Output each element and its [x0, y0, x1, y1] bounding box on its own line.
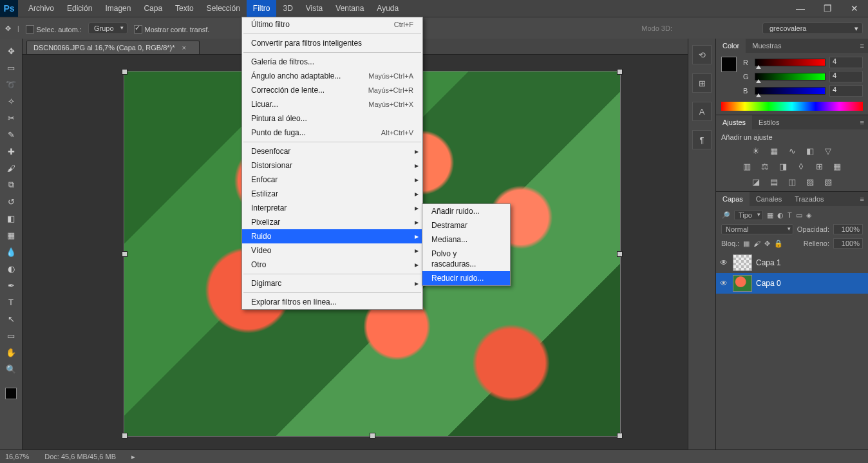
transform-handle[interactable] — [617, 69, 623, 75]
layer-filter-kind[interactable]: Tipo — [734, 210, 763, 220]
window-close-button[interactable]: ✕ — [841, 1, 868, 15]
adj-curves-icon[interactable]: ∿ — [786, 145, 798, 156]
fill-field[interactable]: 100% — [833, 238, 863, 249]
tool-path[interactable]: ↖ — [2, 310, 20, 327]
tool-pen[interactable]: ✒ — [2, 277, 20, 294]
tool-move[interactable]: ✥ — [2, 43, 20, 59]
status-zoom[interactable]: 16,67% — [5, 453, 29, 460]
menu-item[interactable]: Digimarc — [242, 276, 422, 290]
window-maximize-button[interactable]: ❐ — [814, 1, 841, 15]
status-docinfo[interactable]: Doc: 45,6 MB/45,6 MB — [44, 453, 116, 460]
tab-layers[interactable]: Capas — [716, 192, 750, 206]
tool-lasso[interactable]: ➰ — [2, 76, 20, 93]
filter-shape-icon[interactable]: ▭ — [796, 211, 802, 220]
adj-poster-icon[interactable]: ▤ — [768, 176, 780, 187]
transform-handle[interactable] — [617, 433, 623, 439]
menu-item[interactable]: Otro — [242, 258, 422, 272]
show-transform-checkbox[interactable]: Mostrar contr. transf. — [134, 24, 210, 33]
blue-value[interactable]: 4 — [829, 85, 863, 97]
status-arrow-icon[interactable]: ▸ — [131, 453, 135, 461]
transform-handle[interactable] — [617, 251, 623, 257]
adj-exposure-icon[interactable]: ◧ — [804, 145, 816, 156]
tool-eraser[interactable]: ◧ — [2, 210, 20, 227]
adj-hue-icon[interactable]: ▥ — [741, 160, 753, 172]
tab-channels[interactable]: Canales — [750, 192, 788, 206]
paragraph-panel-icon[interactable]: ¶ — [692, 130, 712, 149]
menu-3d[interactable]: 3D — [276, 0, 299, 17]
tool-wand[interactable]: ✧ — [2, 93, 20, 109]
adj-balance-icon[interactable]: ⚖ — [759, 160, 771, 172]
document-tab[interactable]: DSCN0066.JPG al 16,7% (Capa 0, RGB/8*)* … — [26, 41, 200, 54]
tool-hand[interactable]: ✋ — [2, 344, 20, 361]
tool-zoom[interactable]: 🔍 — [2, 361, 20, 377]
adj-selective-icon[interactable]: ▧ — [822, 176, 834, 187]
menu-filtro[interactable]: Filtro — [247, 0, 277, 17]
transform-handle[interactable] — [122, 251, 127, 257]
filter-smart-icon[interactable]: ◈ — [806, 211, 811, 220]
menu-item[interactable]: Vídeo — [242, 243, 422, 258]
properties-panel-icon[interactable]: ⊞ — [692, 73, 712, 93]
menu-item[interactable]: Pixelizar — [242, 215, 422, 229]
auto-select-checkbox[interactable]: Selec. autom.: — [26, 24, 82, 33]
visibility-icon[interactable]: 👁 — [719, 279, 729, 288]
auto-select-dropdown[interactable]: Grupo — [88, 23, 127, 34]
menu-item[interactable]: Estilizar — [242, 187, 422, 201]
adj-levels-icon[interactable]: ▦ — [768, 145, 780, 156]
tab-adjustments[interactable]: Ajustes — [716, 115, 752, 129]
green-value[interactable]: 4 — [829, 71, 863, 82]
color-spectrum[interactable] — [721, 102, 863, 111]
menu-texto[interactable]: Texto — [169, 0, 200, 17]
tool-crop[interactable]: ✂ — [2, 109, 20, 126]
lock-all-icon[interactable]: 🔒 — [774, 240, 783, 248]
adj-brightness-icon[interactable]: ☀ — [750, 145, 762, 156]
foreground-background-swatch[interactable] — [721, 57, 741, 76]
menu-item[interactable]: Convertir para filtros inteligentes — [242, 36, 422, 50]
menu-item[interactable]: Punto de fuga...Alt+Ctrl+V — [242, 126, 422, 140]
menu-ayuda[interactable]: Ayuda — [370, 0, 405, 17]
opacity-field[interactable]: 100% — [833, 224, 863, 234]
adj-threshold-icon[interactable]: ◫ — [786, 176, 798, 187]
window-minimize-button[interactable]: — — [787, 1, 814, 15]
filter-type-icon[interactable]: T — [788, 211, 792, 219]
menu-ventana[interactable]: Ventana — [329, 0, 370, 17]
transform-handle[interactable] — [370, 433, 375, 439]
menu-item[interactable]: Ángulo ancho adaptable...Mayús+Ctrl+A — [242, 69, 422, 83]
red-slider[interactable] — [755, 59, 826, 66]
submenu-item[interactable]: Polvo y rascaduras... — [422, 247, 510, 271]
tool-heal[interactable]: ✚ — [2, 143, 20, 160]
panel-menu-icon[interactable]: ≡ — [856, 195, 868, 203]
transform-handle[interactable] — [122, 69, 127, 75]
adj-vibrance-icon[interactable]: ▽ — [822, 145, 834, 156]
layer-thumbnail[interactable] — [733, 254, 752, 271]
adj-gradient-icon[interactable]: ▨ — [804, 176, 816, 187]
tool-brush[interactable]: 🖌 — [2, 160, 20, 176]
menu-item[interactable]: Corrección de lente...Mayús+Ctrl+R — [242, 83, 422, 97]
menu-capa[interactable]: Capa — [137, 0, 169, 17]
layer-row[interactable]: 👁Capa 0 — [716, 273, 868, 294]
menu-vista[interactable]: Vista — [299, 0, 329, 17]
tab-paths[interactable]: Trazados — [788, 192, 830, 206]
green-slider[interactable] — [755, 73, 826, 80]
tab-styles[interactable]: Estilos — [752, 115, 786, 129]
lock-position-icon[interactable]: ✥ — [764, 240, 770, 248]
menu-item[interactable]: Último filtroCtrl+F — [242, 17, 422, 32]
panel-menu-icon[interactable]: ≡ — [856, 118, 868, 126]
lock-transparency-icon[interactable]: ▦ — [743, 240, 750, 248]
adj-invert-icon[interactable]: ◪ — [750, 176, 762, 187]
panel-menu-icon[interactable]: ≡ — [856, 42, 868, 50]
menu-item[interactable]: Enfocar — [242, 173, 422, 187]
tool-dodge[interactable]: ◐ — [2, 260, 20, 277]
layer-row[interactable]: 👁Capa 1 — [716, 252, 868, 273]
tab-swatches[interactable]: Muestras — [746, 39, 788, 53]
menu-item[interactable]: Licuar...Mayús+Ctrl+X — [242, 97, 422, 111]
submenu-item[interactable]: Destramar — [422, 218, 510, 232]
tool-blur[interactable]: 💧 — [2, 243, 20, 260]
color-swatches[interactable] — [2, 383, 20, 404]
tab-color[interactable]: Color — [716, 39, 746, 53]
submenu-item[interactable]: Reducir ruido... — [422, 271, 510, 285]
menu-item[interactable]: Interpretar — [242, 201, 422, 215]
menu-archivo[interactable]: Archivo — [22, 0, 61, 17]
blend-mode-dropdown[interactable]: Normal — [721, 224, 793, 234]
adj-lookup-icon[interactable]: ▦ — [831, 160, 843, 172]
tool-shape[interactable]: ▭ — [2, 327, 20, 344]
